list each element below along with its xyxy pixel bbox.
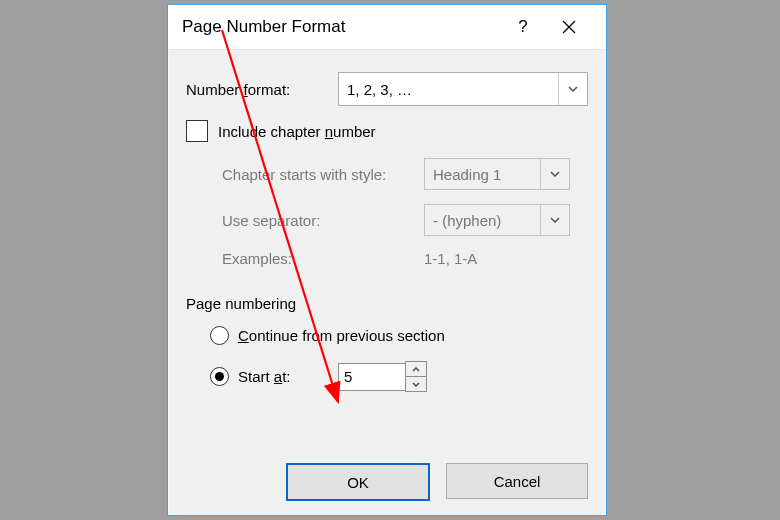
cancel-label: Cancel: [494, 473, 541, 490]
continue-radio-label: Continue from previous section: [238, 327, 445, 344]
number-format-label: Number format:: [186, 81, 338, 98]
dialog-buttons: OK Cancel: [286, 463, 588, 501]
cancel-button[interactable]: Cancel: [446, 463, 588, 499]
chapter-options: Chapter starts with style: Heading 1 Use…: [222, 158, 588, 267]
dialog-content: Number format: 1, 2, 3, … Include chapte…: [168, 50, 606, 392]
start-at-radio-row: Start at:: [210, 361, 588, 392]
continue-radio[interactable]: [210, 326, 229, 345]
ok-label: OK: [347, 474, 369, 491]
chevron-up-icon: [412, 367, 420, 372]
start-at-radio[interactable]: [210, 367, 229, 386]
number-format-select[interactable]: 1, 2, 3, …: [338, 72, 588, 106]
page-numbering-label: Page numbering: [186, 295, 588, 312]
close-icon: [562, 20, 576, 34]
separator-value: - (hyphen): [433, 212, 501, 229]
include-chapter-row: Include chapter number: [186, 120, 588, 142]
ok-button[interactable]: OK: [286, 463, 430, 501]
dialog-title: Page Number Format: [182, 17, 500, 37]
separator-select: - (hyphen): [424, 204, 570, 236]
examples-label: Examples:: [222, 250, 424, 267]
examples-value: 1-1, 1-A: [424, 250, 477, 267]
start-at-input[interactable]: [338, 363, 406, 391]
chapter-style-row: Chapter starts with style: Heading 1: [222, 158, 588, 190]
chevron-down-icon: [412, 382, 420, 387]
separator-row: Use separator: - (hyphen): [222, 204, 588, 236]
spinner-up-button[interactable]: [405, 361, 427, 376]
help-button[interactable]: ?: [500, 5, 546, 49]
separator-label: Use separator:: [222, 212, 424, 229]
number-format-value: 1, 2, 3, …: [347, 81, 412, 98]
chapter-style-select: Heading 1: [424, 158, 570, 190]
spinner-down-button[interactable]: [405, 376, 427, 392]
include-chapter-checkbox[interactable]: [186, 120, 208, 142]
spinner-buttons: [406, 361, 427, 392]
chapter-style-value: Heading 1: [433, 166, 501, 183]
titlebar: Page Number Format ?: [168, 5, 606, 50]
start-at-spinner: [338, 361, 427, 392]
close-button[interactable]: [546, 5, 592, 49]
chevron-down-icon: [558, 73, 587, 105]
chapter-style-label: Chapter starts with style:: [222, 166, 424, 183]
include-chapter-label: Include chapter number: [218, 123, 376, 140]
chevron-down-icon: [540, 205, 569, 235]
examples-row: Examples: 1-1, 1-A: [222, 250, 588, 267]
continue-radio-row: Continue from previous section: [210, 326, 588, 345]
chevron-down-icon: [540, 159, 569, 189]
start-at-radio-label: Start at:: [238, 368, 324, 385]
number-format-row: Number format: 1, 2, 3, …: [186, 72, 588, 106]
page-number-format-dialog: Page Number Format ? Number format: 1, 2…: [167, 4, 607, 516]
